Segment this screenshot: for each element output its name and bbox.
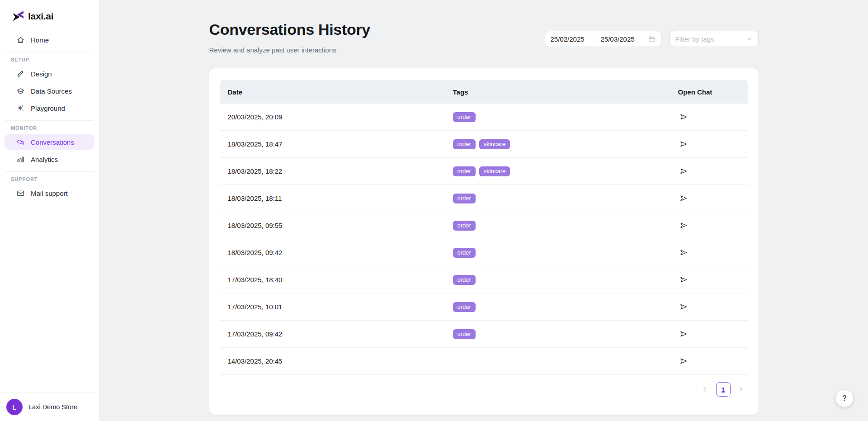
- date-end-input[interactable]: [601, 35, 640, 43]
- column-header-date: Date: [220, 88, 453, 96]
- row-date: 18/03/2025, 18:47: [220, 140, 453, 148]
- table-row: 18/03/2025, 09:55order: [220, 212, 748, 239]
- sidebar: laxi.ai HomeSETUPDesignData SourcesPlayg…: [0, 0, 99, 421]
- sidebar-divider: [5, 120, 94, 121]
- row-action: [678, 328, 748, 340]
- page-subtitle: Review and analyze past user interaction…: [209, 46, 370, 54]
- send-icon: [679, 221, 689, 230]
- pagination-prev-button[interactable]: [700, 384, 711, 395]
- open-chat-button[interactable]: [678, 301, 690, 312]
- tag-badge: order: [453, 275, 476, 285]
- send-icon: [679, 275, 689, 284]
- send-icon: [679, 112, 689, 122]
- sidebar-item-design[interactable]: Design: [5, 66, 94, 81]
- row-tags: order: [453, 302, 678, 312]
- row-action: [678, 219, 748, 232]
- date-start-input[interactable]: [551, 35, 590, 43]
- table-row: 17/03/2025, 09:42order: [220, 321, 748, 348]
- row-tags: orderskincare: [453, 166, 678, 176]
- sidebar-item-label: Conversations: [31, 138, 74, 146]
- sidebar-item-playground[interactable]: Playground: [5, 100, 94, 116]
- pagination-next-button[interactable]: [736, 384, 747, 395]
- sidebar-item-label: Mail support: [31, 189, 68, 197]
- sidebar-item-conversations[interactable]: Conversations: [5, 134, 94, 150]
- laxi-logo-icon: [12, 10, 24, 22]
- main-content: Conversations History Review and analyze…: [99, 0, 868, 421]
- row-date: 14/03/2025, 20:45: [220, 357, 453, 365]
- sidebar-section-label: SETUP: [11, 57, 94, 62]
- account-switcher[interactable]: L Laxi Demo Store: [0, 393, 99, 421]
- pagination-page-1[interactable]: 1: [716, 382, 731, 397]
- sidebar-item-analytics[interactable]: Analytics: [5, 151, 94, 167]
- sidebar-nav: HomeSETUPDesignData SourcesPlaygroundMON…: [0, 29, 99, 393]
- send-icon: [679, 302, 689, 312]
- row-action: [678, 138, 748, 150]
- row-action: [678, 246, 748, 259]
- help-button[interactable]: ?: [836, 390, 853, 407]
- send-icon: [679, 356, 689, 366]
- table-header: Date Tags Open Chat: [220, 80, 748, 104]
- table-body: 20/03/2025, 20:09order18/03/2025, 18:47o…: [220, 104, 748, 375]
- row-action: [678, 355, 748, 367]
- table-row: 17/03/2025, 10:01order: [220, 293, 748, 321]
- send-icon: [679, 248, 689, 257]
- sidebar-section-label: SUPPORT: [11, 176, 94, 182]
- tag-badge: order: [453, 248, 476, 258]
- pagination: 1: [220, 382, 748, 397]
- row-date: 17/03/2025, 09:42: [220, 330, 453, 338]
- row-date: 20/03/2025, 20:09: [220, 113, 453, 121]
- row-tags: order: [453, 194, 678, 203]
- sidebar-divider: [5, 52, 94, 52]
- row-action: [678, 111, 748, 123]
- chevron-down-icon: [746, 36, 753, 42]
- table-row: 18/03/2025, 09:42order: [220, 239, 748, 266]
- column-header-tags: Tags: [453, 88, 678, 96]
- tag-filter-select[interactable]: Filter by tags: [670, 31, 759, 47]
- brush-icon: [16, 70, 25, 78]
- conversations-card: Date Tags Open Chat 20/03/2025, 20:09ord…: [209, 68, 759, 415]
- open-chat-button[interactable]: [678, 111, 690, 123]
- tag-badge: order: [453, 194, 476, 203]
- tag-badge: order: [453, 139, 476, 149]
- sidebar-item-data-sources[interactable]: Data Sources: [5, 83, 94, 99]
- row-date: 18/03/2025, 18:22: [220, 167, 453, 175]
- table-row: 18/03/2025, 18:11order: [220, 185, 748, 212]
- send-icon: [679, 139, 689, 149]
- brand-logo[interactable]: laxi.ai: [0, 0, 99, 29]
- row-action: [678, 165, 748, 177]
- row-action: [678, 301, 748, 313]
- row-tags: order: [453, 329, 678, 339]
- open-chat-button[interactable]: [678, 165, 690, 177]
- send-icon: [679, 166, 689, 176]
- row-action: [678, 274, 748, 286]
- open-chat-button[interactable]: [678, 219, 690, 231]
- sidebar-item-home[interactable]: Home: [5, 32, 94, 47]
- open-chat-button[interactable]: [678, 328, 690, 340]
- row-tags: order: [453, 221, 678, 231]
- range-arrow-icon: →: [592, 36, 598, 43]
- sidebar-item-label: Analytics: [31, 156, 58, 163]
- send-icon: [679, 194, 689, 203]
- graduation-cap-icon: [16, 87, 25, 95]
- row-date: 18/03/2025, 18:11: [220, 194, 453, 202]
- open-chat-button[interactable]: [678, 192, 690, 204]
- open-chat-button[interactable]: [678, 355, 690, 367]
- row-tags: order: [453, 112, 678, 122]
- chevron-right-icon: [737, 386, 745, 393]
- date-range-picker[interactable]: →: [545, 31, 661, 47]
- row-tags: orderskincare: [453, 139, 678, 149]
- brand-name: laxi.ai: [28, 11, 53, 22]
- chevron-left-icon: [701, 386, 708, 393]
- sidebar-item-mail-support[interactable]: Mail support: [5, 185, 94, 201]
- tag-badge: order: [453, 112, 476, 122]
- table-row: 20/03/2025, 20:09order: [220, 104, 748, 131]
- column-header-open-chat: Open Chat: [678, 88, 748, 96]
- chat-bubbles-icon: [16, 138, 25, 147]
- tag-badge: order: [453, 221, 476, 231]
- table-row: 18/03/2025, 18:47orderskincare: [220, 131, 748, 158]
- open-chat-button[interactable]: [678, 274, 690, 285]
- open-chat-button[interactable]: [678, 138, 690, 150]
- open-chat-button[interactable]: [678, 246, 690, 258]
- sidebar-divider: [5, 171, 94, 172]
- sidebar-item-label: Playground: [31, 104, 65, 112]
